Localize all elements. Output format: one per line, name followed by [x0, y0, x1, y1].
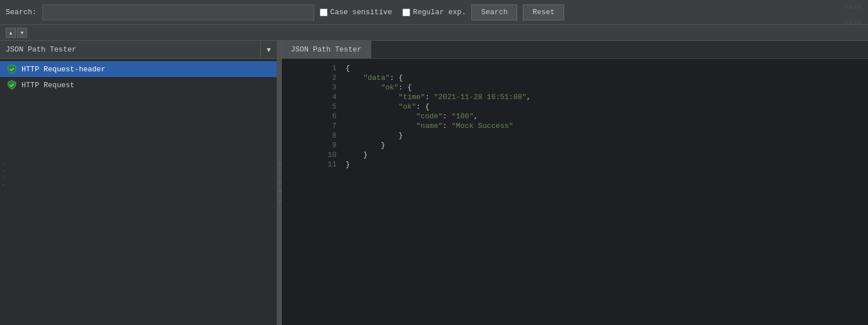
panel-divider[interactable]: · · · · ·: [277, 41, 282, 325]
list-item-label: HTTP Request-header: [22, 65, 105, 74]
search-input[interactable]: [42, 5, 314, 20]
code-line: 4 "time": "2021-11-28 16:51:08",: [282, 92, 868, 102]
code-lines: 1 { 2 "data": { 3 "ok": { 4: [282, 63, 868, 169]
line-content: }: [346, 150, 868, 160]
line-number: 4: [282, 92, 346, 102]
line-content: "ok": {: [346, 102, 868, 112]
code-line: 2 "data": {: [282, 73, 868, 83]
line-number: 5: [282, 102, 346, 112]
case-sensitive-checkbox[interactable]: [320, 8, 328, 16]
line-number: 7: [282, 121, 346, 131]
code-line: 10 }: [282, 150, 868, 160]
line-content: "name": "Mock Success": [346, 121, 868, 131]
options-group: Case sensitive Regular exp.: [320, 8, 466, 16]
left-panel: JSON Path Tester ▼ HTTP Request-header: [0, 41, 277, 325]
search-bar: Search: Case sensitive Regular exp. Sear…: [0, 0, 868, 25]
case-sensitive-label[interactable]: Case sensitive: [320, 8, 392, 16]
nav-arrows: ▲ ▼: [6, 28, 27, 38]
code-line: 11 }: [282, 160, 868, 169]
line-number: 2: [282, 73, 346, 83]
shield-check-icon: [7, 64, 17, 74]
panel-title: JSON Path Tester: [0, 45, 260, 54]
line-content: }: [346, 131, 868, 140]
line-content: "data": {: [346, 73, 868, 83]
code-line: 7 "name": "Mock Success": [282, 121, 868, 131]
line-content: "ok": {: [346, 83, 868, 92]
regex-checkbox[interactable]: [402, 8, 410, 16]
line-content: "code": "100",: [346, 112, 868, 121]
main-area: JSON Path Tester ▼ HTTP Request-header: [0, 41, 868, 325]
code-line: 8 }: [282, 131, 868, 140]
left-edge-indicator: · · · ·: [0, 162, 6, 186]
list-item[interactable]: HTTP Request: [0, 77, 277, 93]
resize-handle-second: ⠿⠿⠿⠿: [844, 20, 862, 27]
code-line: 3 "ok": {: [282, 83, 868, 92]
tab-json-path-tester[interactable]: JSON Path Tester: [282, 41, 371, 58]
code-line: 9 }: [282, 140, 868, 150]
line-content: }: [346, 140, 868, 150]
line-content: "time": "2021-11-28 16:51:08",: [346, 92, 868, 102]
line-number: 9: [282, 140, 346, 150]
search-label: Search:: [6, 8, 37, 16]
line-number: 6: [282, 112, 346, 121]
list-item-label: HTTP Request: [22, 81, 75, 89]
list-item[interactable]: HTTP Request-header: [0, 61, 277, 77]
line-number: 10: [282, 150, 346, 160]
tree-list: HTTP Request-header HTTP Request: [0, 59, 277, 325]
tab-bar: JSON Path Tester: [282, 41, 868, 59]
code-area[interactable]: 1 { 2 "data": { 3 "ok": { 4: [282, 59, 868, 325]
code-line: 6 "code": "100",: [282, 112, 868, 121]
second-bar: ▲ ▼ ⠿⠿⠿⠿: [0, 25, 868, 41]
panel-header: JSON Path Tester ▼: [0, 41, 277, 59]
prev-arrow-button[interactable]: ▲: [6, 28, 16, 38]
line-content: }: [346, 160, 868, 169]
panel-dropdown-button[interactable]: ▼: [260, 41, 277, 58]
line-number: 1: [282, 63, 346, 73]
next-arrow-button[interactable]: ▼: [17, 28, 27, 38]
code-line: 1 {: [282, 63, 868, 73]
code-line: 5 "ok": {: [282, 102, 868, 112]
resize-handle-top: ⠿⠿⠿⠿: [844, 5, 862, 11]
reset-button[interactable]: Reset: [523, 5, 564, 20]
line-number: 11: [282, 160, 346, 169]
search-button[interactable]: Search: [471, 5, 517, 20]
line-content: {: [346, 63, 868, 73]
line-number: 3: [282, 83, 346, 92]
line-number: 8: [282, 131, 346, 140]
shield-check-icon: [7, 80, 17, 90]
right-panel: JSON Path Tester 1 { 2 "data": { 3: [282, 41, 868, 325]
regex-label[interactable]: Regular exp.: [402, 8, 466, 16]
